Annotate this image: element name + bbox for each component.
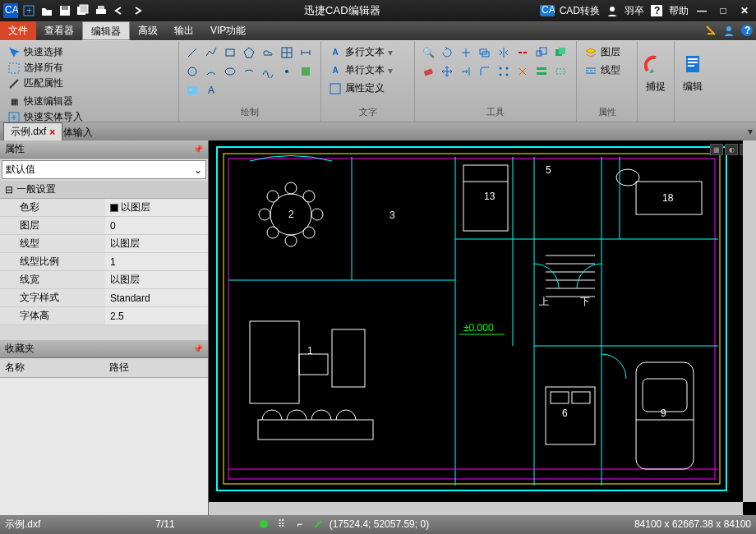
print-icon[interactable] [94,3,108,18]
edit-button[interactable]: 编辑 [676,44,709,102]
status-file: 示例.dxf [5,518,40,532]
copy-tool-icon[interactable] [552,44,569,61]
capture-button[interactable]: 捕捉 [639,44,672,102]
svg-rect-18 [9,63,19,73]
offset-icon[interactable] [477,44,493,61]
tab-vip[interactable]: VIP功能 [202,21,254,40]
ribbon-group-tools: 工具 [420,104,571,118]
maximize-button[interactable]: □ [715,2,731,19]
point-icon[interactable] [279,63,295,80]
help-icon[interactable]: ? [649,3,664,18]
svg-rect-5 [62,6,68,10]
align-icon[interactable] [533,63,550,80]
attr-def-button[interactable]: 属性定义 [326,81,409,96]
rotate-icon[interactable] [439,44,455,61]
hatch-icon[interactable] [279,44,295,61]
horizontal-scrollbar[interactable] [209,502,743,515]
property-row[interactable]: 色彩以图层 [0,199,208,217]
new-icon[interactable]: + [21,3,36,18]
open-icon[interactable] [39,3,54,18]
svg-point-69 [303,191,315,202]
layer-button[interactable]: 图层 [582,44,632,60]
undo-icon[interactable] [112,3,127,18]
save-all-icon[interactable] [76,3,90,18]
redo-icon[interactable] [130,3,145,18]
cad-convert-link[interactable]: CAD转换 [560,4,600,18]
view-shade-icon[interactable]: ◐ [725,144,738,155]
mirror-icon[interactable] [496,44,512,61]
break-icon[interactable] [514,44,531,61]
close-file-icon[interactable]: × [49,127,55,138]
property-row[interactable]: 线宽以图层 [0,271,208,289]
property-row[interactable]: 文字样式Standard [0,289,208,307]
ellipse-icon[interactable] [222,63,238,80]
user-icon[interactable] [605,3,620,18]
circle-icon[interactable] [184,63,201,80]
extend-icon[interactable] [458,63,474,80]
eraser-icon[interactable] [420,63,436,80]
tools-grid: 🔍 [420,44,571,80]
menu-help-icon[interactable]: ? [738,21,756,39]
dimension-icon[interactable] [297,44,314,61]
single-text-button[interactable]: A单行文本▾ [326,62,409,78]
svg-text:CAD: CAD [5,4,18,16]
tab-viewer[interactable]: 查看器 [36,21,82,40]
grid-icon[interactable]: ⠿ [275,518,288,531]
stretch-icon[interactable] [552,63,569,80]
multi-text-button[interactable]: A多行文本▾ [326,44,409,60]
tab-file[interactable]: 文件 [0,21,36,40]
properties-panel-header: 属性 📌 [0,140,208,159]
polyline-icon[interactable] [203,44,219,61]
select-all-button[interactable]: 选择所有 [5,60,87,76]
tab-advanced[interactable]: 高级 [130,21,166,40]
svg-point-25 [225,68,235,75]
quick-select-button[interactable]: 快速选择 [5,44,87,60]
menu-settings-icon[interactable] [702,21,720,39]
save-icon[interactable] [58,3,72,18]
menu-user-icon[interactable] [720,21,738,39]
property-row[interactable]: 线型以图层 [0,235,208,253]
view-wireframe-icon[interactable]: ▦ [710,144,723,155]
fillet-icon[interactable] [477,63,493,80]
close-button[interactable]: ✕ [736,2,753,19]
ortho-icon[interactable]: ⌐ [293,518,307,531]
help-link[interactable]: 帮助 [669,4,689,18]
zoom-icon[interactable]: 🔍 [420,44,436,61]
tab-bar-dropdown-icon[interactable]: ▾ [748,126,753,137]
linetype-button[interactable]: 线型 [582,62,632,78]
user-name[interactable]: 羽卒 [625,4,644,18]
polygon-icon[interactable] [241,44,257,61]
image-icon[interactable] [184,82,201,99]
osnap-icon[interactable] [311,518,325,531]
array-icon[interactable] [496,63,512,80]
vertical-scrollbar[interactable] [743,140,756,502]
minimize-button[interactable]: — [694,2,710,19]
snap-icon[interactable] [257,518,270,531]
tab-editor[interactable]: 编辑器 [82,21,130,40]
match-properties-button[interactable]: 匹配属性 [5,76,87,91]
explode-icon[interactable] [514,63,531,80]
trim-icon[interactable] [458,44,474,61]
rect-icon[interactable] [222,44,238,61]
spline-icon[interactable] [260,63,276,80]
scale-icon[interactable] [533,44,550,61]
cad-canvas[interactable]: ±0.000 上 下 1 2 3 5 6 9 13 18 ▦ ◐ ✕ Model [209,140,756,515]
cloud-icon[interactable] [260,44,276,61]
text-tool-icon[interactable]: A [203,82,219,99]
ellipse-arc-icon[interactable] [241,63,257,80]
property-row[interactable]: 线型比例1 [0,253,208,271]
arc-icon[interactable] [203,63,219,80]
file-tab[interactable]: 示例.dxf × [3,122,62,140]
property-row[interactable]: 图层0 [0,217,208,235]
default-dropdown[interactable]: 默认值⌄ [2,160,206,179]
pin-icon[interactable]: 📌 [193,344,203,353]
block-icon[interactable] [297,63,314,80]
tab-output[interactable]: 输出 [166,21,202,40]
property-row[interactable]: 字体高2.5 [0,307,208,325]
move-icon[interactable] [439,63,455,80]
collapse-icon[interactable]: ⊟ [5,184,13,196]
general-section[interactable]: ⊟ 一般设置 [0,181,208,199]
pin-icon[interactable]: 📌 [193,145,203,154]
line-icon[interactable] [184,44,201,61]
svg-rect-7 [80,5,88,13]
